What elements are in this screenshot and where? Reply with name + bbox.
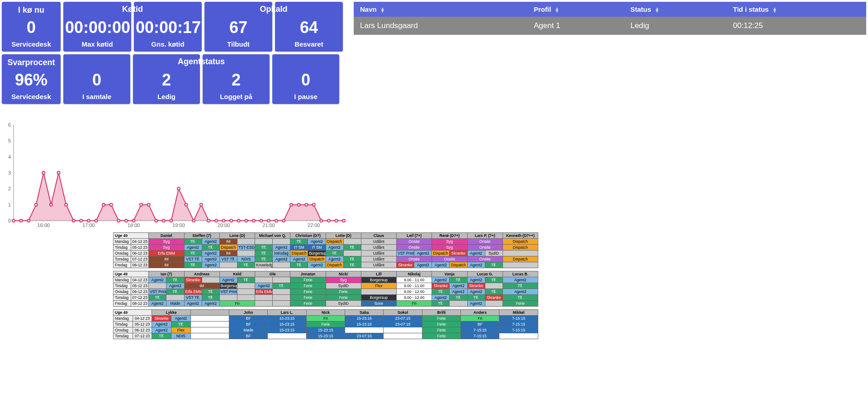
schedule-row: Tirsdag05-12 23Agent2IMBorgersupAgent2Tl… (114, 283, 538, 289)
svg-text:18:00: 18:00 (128, 222, 140, 228)
svg-point-38 (177, 187, 180, 190)
svg-point-24 (72, 219, 75, 222)
schedule-row: Tirsdag05-12 23Agent2Tlf.BF15-23:15Ferie… (114, 322, 538, 327)
svg-point-53 (290, 204, 293, 206)
svg-point-55 (305, 204, 308, 206)
svg-point-21 (50, 204, 52, 206)
svg-text:17:00: 17:00 (82, 222, 95, 228)
schedule-row: Onsdag06-12 23Agent2FlexMøde15-23:1515-2… (114, 327, 538, 333)
svg-point-49 (260, 219, 263, 222)
schedule-row: Onsdag06-12 23Erfa EMMTlf.Agent2IMTlf.In… (114, 251, 538, 256)
svg-point-23 (65, 204, 67, 206)
svg-text:22:00: 22:00 (308, 222, 320, 228)
svg-point-35 (155, 219, 157, 222)
table-row[interactable]: Lars LundsgaardAgent 1Ledig00:12:25 (354, 17, 866, 35)
svg-point-56 (313, 204, 315, 206)
kpi-card: I kø nu0Servicedesk (2, 2, 61, 52)
svg-point-51 (275, 219, 278, 222)
schedule-table: Uge 49DanielSteffen (7)Lone (D)Michael v… (113, 232, 538, 268)
svg-text:1: 1 (8, 202, 11, 208)
schedule-row: Mandag04-12 23SygTlf.Agent2IMTlf.Agent2D… (114, 239, 538, 245)
schedule-row: Fredag08-12 23IMTlf.Agent2Tlf.KnowledgeT… (114, 262, 538, 268)
svg-point-36 (162, 219, 165, 222)
sort-icon: ▲▼ (655, 7, 659, 13)
schedule: Uge 49DanielSteffen (7)Lone (D)Michael v… (113, 232, 538, 339)
svg-text:0: 0 (8, 218, 11, 223)
table-header[interactable]: Navn ▲▼ (354, 2, 527, 17)
svg-point-39 (185, 204, 188, 206)
schedule-row: Mandag04-12 23Agent2Tlf.SkrankeAgent2Tlf… (114, 277, 538, 283)
kpi-card: 64Besvaret (275, 2, 343, 52)
kpi-cards: I kø nu0ServicedeskKøtid00:00:00Max køti… (2, 2, 350, 107)
svg-point-25 (80, 219, 82, 222)
svg-point-42 (207, 219, 210, 222)
svg-point-48 (252, 219, 255, 222)
queue-chart: 012345616:0017:0018:0019:0020:0021:0022:… (3, 122, 346, 231)
svg-point-57 (320, 219, 323, 222)
table-header[interactable]: Profil ▲▼ (527, 2, 624, 17)
svg-text:2: 2 (8, 186, 11, 191)
svg-point-46 (237, 219, 240, 222)
schedule-row: Torsdag07-12 23Tlf.VST Tlf.Tlf.FerieFeri… (114, 295, 538, 301)
schedule-row: Torsdag07-12 23Tlf.NDISBF15-23:1523-07:1… (114, 333, 538, 339)
svg-point-17 (20, 219, 23, 222)
svg-point-20 (42, 171, 45, 174)
schedule-row: Tirsdag05-12 23SygAgent2Tlf.DispatchTST-… (114, 245, 538, 251)
svg-point-31 (125, 219, 128, 222)
kpi-card: Opkald67Tilbudt (204, 2, 272, 52)
schedule-row: Torsdag07-12 23IMVST Tlf.Agent2VST Tlf.N… (114, 256, 538, 262)
svg-text:6: 6 (8, 122, 11, 128)
svg-text:19:00: 19:00 (172, 222, 185, 228)
svg-point-45 (230, 219, 232, 222)
svg-text:21:00: 21:00 (262, 222, 275, 228)
svg-text:16:00: 16:00 (38, 222, 50, 228)
svg-point-29 (110, 204, 113, 206)
table-header[interactable]: Status ▲▼ (624, 2, 727, 17)
svg-text:5: 5 (8, 138, 11, 143)
kpi-card: Agentstatus2Ledig (133, 54, 200, 104)
svg-point-47 (245, 219, 247, 222)
svg-point-30 (117, 219, 120, 222)
svg-point-43 (215, 219, 218, 222)
svg-point-58 (327, 219, 330, 222)
svg-point-27 (95, 219, 98, 222)
svg-point-26 (87, 219, 90, 222)
kpi-card: Svarprocent96%Servicedesk (2, 54, 61, 104)
kpi-card: 2Logget på (203, 54, 270, 104)
schedule-row: Mandag04-12 23SkrankeAgent2BF15-23:15Fri… (114, 316, 538, 322)
agent-table: Navn ▲▼Profil ▲▼Status ▲▼Tid i status ▲▼… (354, 2, 866, 35)
svg-point-54 (297, 204, 300, 206)
sort-icon: ▲▼ (773, 7, 777, 13)
svg-point-50 (267, 219, 270, 222)
svg-text:20:00: 20:00 (218, 222, 230, 228)
svg-text:3: 3 (8, 170, 11, 175)
sort-icon: ▲▼ (555, 7, 559, 13)
svg-point-33 (140, 204, 142, 206)
kpi-card: 0I pause (272, 54, 339, 104)
agent-panel: Navn ▲▼Profil ▲▼Status ▲▼Tid i status ▲▼… (354, 2, 866, 107)
svg-point-44 (223, 219, 225, 222)
kpi-card: 00:00:17Gns. køtid (134, 2, 202, 52)
svg-point-22 (57, 171, 60, 174)
schedule-row: Onsdag06-12 23VST PrintTlf.Erfa EMMTlf.V… (114, 289, 538, 295)
schedule-table: Uge 49Ian (7)AndreasKeldOleJonatanNickiL… (113, 271, 538, 307)
svg-point-59 (335, 219, 337, 222)
kpi-card: Køtid00:00:00Max køtid (63, 2, 131, 52)
svg-point-19 (35, 204, 38, 206)
sort-icon: ▲▼ (380, 7, 385, 13)
svg-point-41 (200, 204, 203, 206)
svg-point-52 (282, 219, 285, 222)
svg-point-34 (147, 204, 150, 206)
svg-point-18 (27, 219, 30, 222)
table-header[interactable]: Tid i status ▲▼ (727, 2, 866, 17)
svg-point-16 (12, 219, 15, 222)
svg-point-60 (342, 219, 345, 222)
schedule-table: Uge 49LykkeJohnLars L.NickSabaSokolBrill… (113, 309, 538, 339)
svg-point-32 (132, 219, 135, 222)
schedule-row: Fredag08-12 23Agent2MødeAgent2Agent2FriF… (114, 301, 538, 307)
svg-point-37 (170, 219, 172, 222)
svg-text:4: 4 (8, 154, 11, 160)
svg-point-40 (192, 219, 195, 222)
kpi-card: 0I samtale (63, 54, 130, 104)
svg-point-28 (102, 204, 105, 206)
